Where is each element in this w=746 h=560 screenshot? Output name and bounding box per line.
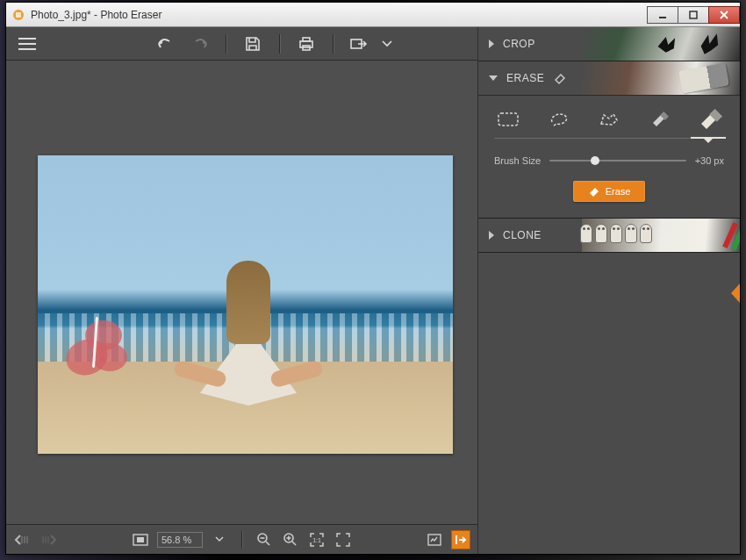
svg-line-22 (266, 542, 269, 545)
erase-panel-body: Brush Size +30 px Erase (478, 95, 740, 218)
chevron-down-icon (489, 75, 498, 81)
rect-select-tool-icon[interactable] (496, 110, 520, 129)
photo-subject (200, 261, 297, 423)
eraser-icon (553, 72, 567, 85)
crop-decor (582, 27, 740, 61)
panel-collapse-tab-icon[interactable] (731, 284, 740, 303)
hamburger-menu-icon[interactable] (15, 33, 39, 54)
chevron-right-icon (489, 231, 494, 240)
panel-label: CLONE (503, 229, 542, 241)
svg-rect-3 (690, 11, 697, 18)
clone-decor (582, 219, 740, 252)
close-button[interactable] (708, 6, 740, 24)
app-window: Photo_3.jpg* - Photo Eraser (5, 2, 741, 555)
minimize-button[interactable] (647, 6, 678, 24)
svg-rect-20 (137, 537, 144, 542)
panel-header-clone[interactable]: CLONE (478, 219, 740, 252)
main-toolbar (6, 27, 477, 61)
side-panel: CROP ERASE (478, 27, 740, 554)
export-icon[interactable] (348, 33, 372, 54)
export-dropdown-icon[interactable] (381, 33, 393, 54)
erase-button-label: Erase (606, 186, 631, 197)
fit-screen-icon[interactable] (131, 530, 150, 549)
history-forward-icon[interactable] (39, 530, 59, 549)
history-back-icon[interactable] (13, 530, 32, 549)
compare-icon[interactable] (425, 530, 444, 549)
zoom-dropdown-icon[interactable] (210, 530, 229, 549)
actual-size-icon[interactable]: 1:1 (307, 530, 326, 549)
zoom-out-icon[interactable] (255, 530, 274, 549)
svg-rect-10 (303, 38, 310, 41)
brush-size-value: +30 px (695, 155, 724, 166)
window-title: Photo_3.jpg* - Photo Eraser (31, 9, 648, 21)
canvas-area[interactable] (6, 61, 477, 524)
brush-size-slider[interactable] (549, 154, 685, 167)
maximize-button[interactable] (678, 6, 709, 24)
fullscreen-icon[interactable] (334, 530, 353, 549)
active-tool-indicator (691, 137, 726, 139)
photo-canvas[interactable] (38, 155, 453, 454)
brush-size-label: Brush Size (494, 155, 541, 166)
status-bar: 1:1 (6, 524, 477, 554)
titlebar: Photo_3.jpg* - Photo Eraser (6, 3, 740, 27)
panel-header-crop[interactable]: CROP (478, 27, 740, 61)
polygon-select-tool-icon[interactable] (597, 110, 621, 129)
brush-large-tool-icon[interactable] (698, 110, 722, 129)
svg-text:1:1: 1:1 (312, 537, 321, 543)
svg-rect-30 (499, 113, 518, 126)
print-icon[interactable] (294, 33, 319, 54)
app-icon (11, 8, 25, 22)
redo-icon[interactable] (187, 33, 212, 54)
erase-decor (582, 61, 740, 95)
lasso-select-tool-icon[interactable] (547, 110, 571, 129)
panel-label: CROP (503, 38, 535, 50)
svg-line-25 (292, 542, 296, 545)
zoom-input[interactable] (157, 532, 203, 548)
svg-rect-1 (16, 12, 21, 18)
zoom-in-icon[interactable] (281, 530, 300, 549)
panel-header-erase[interactable]: ERASE (478, 61, 740, 95)
panel-label: ERASE (506, 72, 544, 84)
chevron-right-icon (489, 39, 494, 48)
erase-button[interactable]: Erase (573, 181, 645, 202)
eraser-icon (588, 186, 600, 197)
side-export-icon[interactable] (451, 530, 470, 549)
brush-small-tool-icon[interactable] (648, 110, 672, 129)
save-icon[interactable] (240, 33, 265, 54)
erase-tool-row (494, 106, 724, 139)
svg-rect-9 (300, 41, 312, 47)
erase-selection-mark[interactable] (62, 320, 133, 380)
undo-icon[interactable] (154, 33, 178, 54)
